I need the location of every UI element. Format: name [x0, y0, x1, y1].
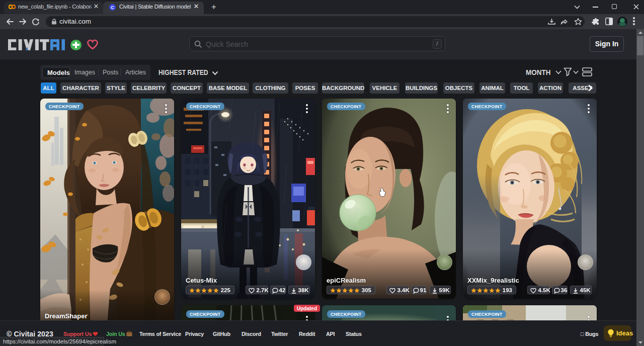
svg-text:C: C	[111, 5, 114, 10]
